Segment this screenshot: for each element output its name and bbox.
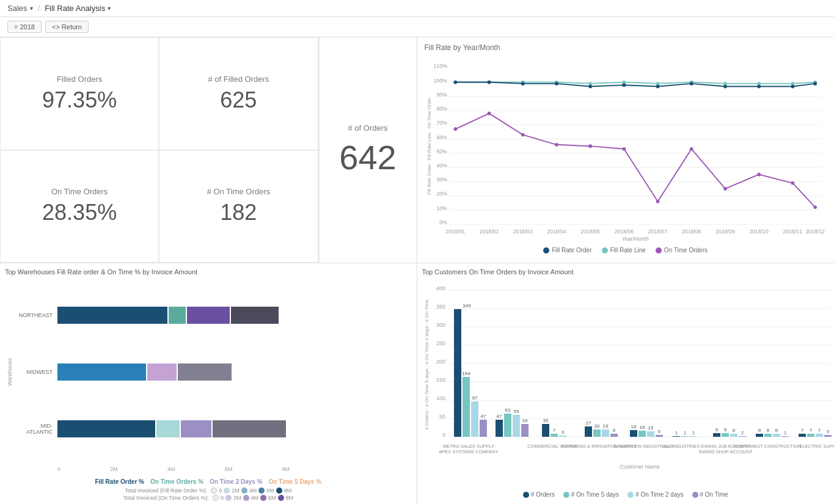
bar-ewing-on — [739, 436, 746, 437]
svg-point-60 — [813, 82, 817, 86]
svg-text:ELECTRIC SUPPL': ELECTRIC SUPPL' — [799, 444, 834, 449]
kpi-num-filled: # of Filled Orders 625 — [159, 37, 318, 150]
svg-text:400: 400 — [436, 285, 445, 291]
warehouse-legend: Fill Rate Order % On Time Orders % On Ti… — [5, 478, 412, 501]
bar-grand-on5 — [638, 431, 646, 437]
svg-text:2018/05: 2018/05 — [580, 228, 600, 235]
orders-value: 642 — [339, 137, 396, 177]
svg-text:METRO SALES SUPPLY: METRO SALES SUPPLY — [442, 444, 494, 449]
legend-on-time5: # On Time 5 days — [563, 491, 619, 498]
bar-ma-on-time5 — [213, 420, 286, 437]
svg-text:7: 7 — [552, 428, 555, 433]
legend-on-time-orders-label: On Time Orders — [664, 247, 708, 254]
svg-text:350: 350 — [436, 304, 445, 310]
svg-text:2018/03: 2018/03 — [513, 228, 533, 235]
breadcrumb-parent[interactable]: Sales — [7, 4, 27, 13]
kpi-filled-value: 97.35% — [42, 87, 117, 113]
warehouse-chart-panel: Top Warehouses Fill Rate order & On Time… — [0, 263, 417, 504]
svg-text:100: 100 — [436, 395, 445, 401]
warehouse-y-axis-label: Warehouse — [5, 280, 15, 464]
bar-metro-orders — [454, 309, 461, 437]
bar-plumb-on2 — [602, 429, 609, 437]
warehouse-legend-row2: Total Invoiced (Fill Rate Order %): 0 2M… — [5, 488, 412, 494]
svg-point-59 — [791, 85, 794, 89]
bar-ma-on-time — [156, 420, 180, 437]
kpi-on-time: On Time Orders 28.35% — [0, 150, 159, 263]
svg-text:1: 1 — [675, 430, 678, 436]
svg-text:2018/09: 2018/09 — [715, 228, 735, 235]
svg-text:2018/12: 2018/12 — [805, 228, 825, 235]
bar-nw-on2 — [773, 434, 780, 437]
svg-text:2018/02: 2018/02 — [479, 228, 499, 235]
svg-text:5: 5 — [826, 429, 829, 434]
svg-point-65 — [588, 144, 592, 148]
bar-elec-on2 — [816, 434, 823, 437]
svg-point-56 — [689, 82, 693, 86]
warehouse-bars-northeast — [57, 307, 279, 324]
bar-plumb-on — [610, 434, 618, 437]
fill-rate-chart-panel: Fill Rate by Year/Month 110% 100% 90% 80… — [417, 37, 835, 263]
svg-text:2018/07: 2018/07 — [648, 228, 667, 235]
svg-text:APEX SYSTEMS COMPANY: APEX SYSTEMS COMPANY — [439, 449, 498, 455]
bar-plumb-on5 — [593, 429, 601, 437]
return-button[interactable]: <> Return — [45, 21, 89, 33]
top-left-panel: Filled Orders 97.35% # of Filled Orders … — [0, 37, 417, 263]
svg-point-49 — [453, 81, 457, 84]
svg-point-61 — [453, 127, 457, 131]
svg-text:63: 63 — [505, 407, 510, 413]
svg-text:97: 97 — [472, 395, 477, 401]
bar-ewing-orders — [713, 433, 720, 437]
warehouse-legend-row1: Fill Rate Order % On Time Orders % On Ti… — [5, 478, 412, 485]
svg-text:0: 0 — [442, 432, 445, 438]
svg-text:80%: 80% — [436, 106, 447, 112]
bar-plumb-orders — [585, 426, 592, 437]
kpi-num-on-time-label: # On Time Orders — [207, 187, 270, 196]
svg-point-71 — [791, 181, 794, 185]
svg-text:34: 34 — [522, 418, 527, 423]
svg-point-62 — [487, 112, 491, 115]
warehouse-label-northeast: NORTHEAST — [15, 312, 57, 318]
svg-text:100%: 100% — [433, 78, 447, 84]
svg-text:8: 8 — [758, 428, 761, 433]
svg-text:59: 59 — [513, 409, 519, 414]
svg-text:40%: 40% — [436, 163, 447, 169]
bar-grand-on2 — [647, 431, 654, 437]
svg-text:50%: 50% — [436, 148, 447, 155]
svg-text:# Orders · # On Time 5 days · : # Orders · # On Time 5 days · # On Time … — [424, 299, 430, 430]
svg-point-69 — [723, 187, 727, 191]
fill-rate-chart-title: Fill Rate by Year/Month — [425, 43, 827, 52]
svg-text:2018/11: 2018/11 — [783, 228, 802, 235]
svg-text:50: 50 — [439, 414, 445, 420]
svg-text:8: 8 — [612, 428, 615, 433]
svg-text:2018/04: 2018/04 — [547, 228, 566, 235]
svg-text:2018/10: 2018/10 — [749, 228, 769, 235]
kpi-filled-label: Filled Orders — [57, 75, 102, 84]
svg-text:200: 200 — [436, 359, 445, 365]
year-button[interactable]: = 2018 — [7, 21, 42, 33]
warehouse-chart-title: Top Warehouses Fill Rate order & On Time… — [5, 268, 412, 276]
customers-svg: 400 350 300 250 200 150 100 50 0 — [422, 279, 835, 487]
bar-ma-on-time2 — [181, 420, 211, 437]
warehouse-bars-area: NORTHEAST MIDWEST — [15, 280, 412, 464]
svg-point-52 — [555, 82, 558, 86]
bar-comm-orders — [542, 424, 549, 437]
bar-nw-orders — [756, 434, 763, 437]
legend-on-time-orders: On Time Orders — [656, 247, 708, 254]
svg-point-50 — [487, 81, 491, 84]
bar-apex-orders — [496, 420, 503, 437]
svg-text:110%: 110% — [433, 63, 447, 69]
svg-text:16: 16 — [639, 425, 645, 430]
breadcrumb-separator: / — [38, 4, 40, 13]
svg-text:2018/06: 2018/06 — [614, 228, 634, 235]
svg-text:20: 20 — [594, 423, 599, 429]
bar-apex-on5 — [504, 414, 511, 437]
warehouse-label-mid-atlantic: MID-ATLANTIC — [15, 423, 57, 435]
svg-text:0%: 0% — [439, 219, 447, 225]
bar-jlg-orders — [673, 436, 680, 437]
bar-metro-on5 — [463, 377, 470, 437]
svg-text:2018/08: 2018/08 — [682, 228, 701, 235]
breadcrumb: Sales ▾ / Fill Rate Analysis ▾ — [7, 4, 111, 13]
svg-text:27: 27 — [585, 420, 591, 426]
warehouse-row-mid-atlantic: MID-ATLANTIC — [15, 420, 412, 437]
kpi-on-time-label: On Time Orders — [51, 187, 108, 196]
